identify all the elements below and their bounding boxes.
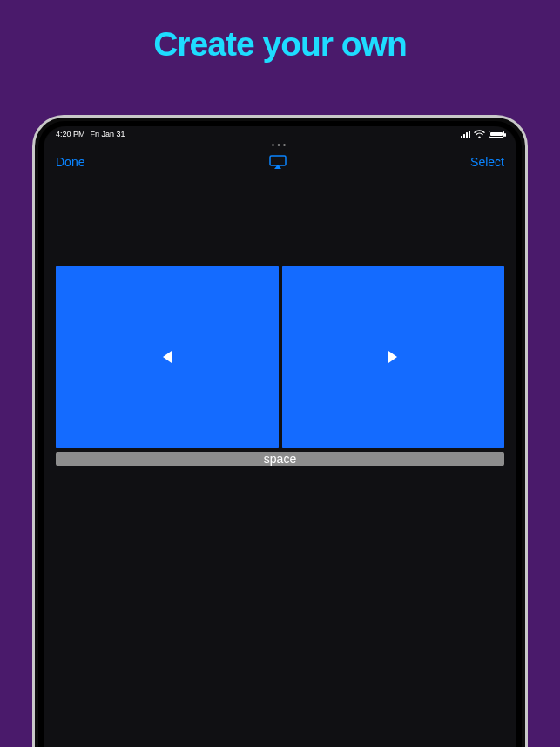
- device-frame: 4:20 PM Fri Jan 31 ••• Done: [32, 115, 528, 747]
- svg-point-0: [478, 136, 480, 138]
- multitask-dots-icon: •••: [44, 142, 516, 149]
- prev-button[interactable]: [56, 266, 279, 448]
- next-button[interactable]: [282, 266, 505, 448]
- device-screen: 4:20 PM Fri Jan 31 ••• Done: [44, 126, 516, 747]
- svg-rect-1: [270, 156, 286, 165]
- select-button[interactable]: Select: [470, 155, 504, 169]
- battery-icon: [489, 131, 504, 138]
- airplay-icon[interactable]: [269, 155, 287, 169]
- page-hero: Create your own: [0, 0, 560, 64]
- triangle-left-icon: [163, 351, 172, 363]
- nav-bar: Done Select: [44, 149, 516, 175]
- cell-signal-icon: [461, 131, 470, 138]
- space-button[interactable]: space: [56, 452, 504, 466]
- space-label: space: [264, 452, 296, 466]
- hero-title: Create your own: [153, 25, 407, 63]
- status-time: 4:20 PM: [56, 130, 85, 138]
- status-date: Fri Jan 31: [91, 130, 125, 138]
- canvas-top-row: [56, 266, 504, 448]
- device-side-button: [526, 133, 528, 166]
- triangle-right-icon: [388, 351, 397, 363]
- wifi-icon: [474, 130, 485, 138]
- canvas: space: [56, 266, 504, 466]
- done-button[interactable]: Done: [56, 155, 84, 169]
